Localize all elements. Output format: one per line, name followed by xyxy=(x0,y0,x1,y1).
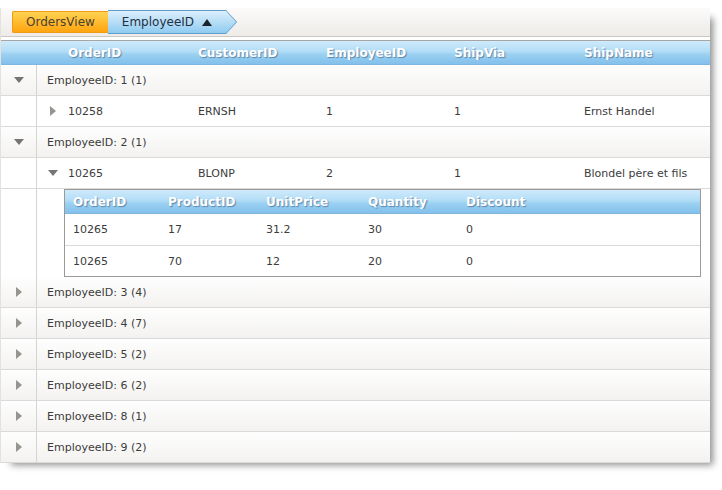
row-gutter xyxy=(1,277,37,307)
group-row-label: EmployeeID: 2 (1) xyxy=(37,136,710,149)
expand-group-icon[interactable] xyxy=(16,349,22,359)
detail-row[interactable]: 102657012200 xyxy=(65,245,700,276)
group-row[interactable]: EmployeeID: 4 (7) xyxy=(1,308,710,339)
detail-column-header-quantity[interactable]: Quantity xyxy=(368,195,466,209)
group-row[interactable]: EmployeeID: 9 (2) xyxy=(1,432,710,463)
detail-column-header-orderid[interactable]: OrderID xyxy=(73,195,168,209)
group-tab-inner: EmployeeID xyxy=(108,11,236,33)
expand-detail-icon[interactable] xyxy=(50,106,56,116)
column-header-employeeid[interactable]: EmployeeID xyxy=(326,46,454,60)
collapse-detail-icon[interactable] xyxy=(48,170,58,176)
cell-customerid[interactable]: ERNSH xyxy=(198,105,326,118)
detail-row[interactable]: 102651731.2300 xyxy=(65,214,700,245)
detail-section: OrderIDProductIDUnitPriceQuantityDiscoun… xyxy=(1,189,710,277)
row-gutter xyxy=(1,65,37,95)
detail-pad: OrderIDProductIDUnitPriceQuantityDiscoun… xyxy=(37,189,711,277)
column-header-shipname[interactable]: ShipName xyxy=(584,46,710,60)
cell-shipname[interactable]: Ernst Handel xyxy=(584,105,710,118)
row-gutter xyxy=(1,401,37,431)
expand-group-icon[interactable] xyxy=(16,442,22,452)
row-gutter xyxy=(1,96,37,126)
detail-cell-discount[interactable]: 0 xyxy=(466,255,700,268)
group-row[interactable]: EmployeeID: 1 (1) xyxy=(1,65,710,96)
datagrid-control: OrdersView EmployeeID OrderID CustomerID… xyxy=(0,8,710,463)
expand-group-icon[interactable] xyxy=(16,411,22,421)
detail-cell-quantity[interactable]: 20 xyxy=(368,255,466,268)
group-row-label: EmployeeID: 4 (7) xyxy=(37,317,710,330)
grid-rows: EmployeeID: 1 (1)10258ERNSH11Ernst Hande… xyxy=(1,65,710,463)
cell-shipname[interactable]: Blondel père et fils xyxy=(584,167,710,180)
data-row[interactable]: 10265BLONP21Blondel père et fils xyxy=(1,158,710,189)
cell-shipvia[interactable]: 1 xyxy=(454,105,584,118)
row-gutter xyxy=(1,339,37,369)
detail-cell-discount[interactable]: 0 xyxy=(466,223,700,236)
detail-cell-unitprice[interactable]: 31.2 xyxy=(266,223,368,236)
group-tab-employeeid[interactable]: EmployeeID xyxy=(108,10,237,34)
group-row-label: EmployeeID: 8 (1) xyxy=(37,410,710,423)
column-header-row: OrderID CustomerID EmployeeID ShipVia Sh… xyxy=(1,40,710,65)
column-header-customerid[interactable]: CustomerID xyxy=(198,46,326,60)
column-header-orderid[interactable]: OrderID xyxy=(68,46,198,60)
view-tab-label: OrdersView xyxy=(26,15,95,29)
row-expand-cell xyxy=(37,106,68,116)
detail-column-header-unitprice[interactable]: UnitPrice xyxy=(266,195,368,209)
group-tab-label: EmployeeID xyxy=(122,15,194,29)
collapse-group-icon[interactable] xyxy=(14,139,24,145)
sort-ascending-icon xyxy=(202,19,212,26)
detail-cell-unitprice[interactable]: 12 xyxy=(266,255,368,268)
cell-shipvia[interactable]: 1 xyxy=(454,167,584,180)
cell-employeeid[interactable]: 1 xyxy=(326,105,454,118)
group-row[interactable]: EmployeeID: 8 (1) xyxy=(1,401,710,432)
row-gutter xyxy=(1,432,37,462)
detail-column-header-discount[interactable]: Discount xyxy=(466,195,700,209)
cell-orderid[interactable]: 10258 xyxy=(68,105,198,118)
detail-column-header-productid[interactable]: ProductID xyxy=(168,195,266,209)
group-row[interactable]: EmployeeID: 2 (1) xyxy=(1,127,710,158)
expand-group-icon[interactable] xyxy=(16,287,22,297)
row-gutter xyxy=(1,127,37,157)
detail-cell-orderid[interactable]: 10265 xyxy=(73,255,168,268)
group-row-label: EmployeeID: 1 (1) xyxy=(37,74,710,87)
detail-cell-productid[interactable]: 70 xyxy=(168,255,266,268)
detail-cell-productid[interactable]: 17 xyxy=(168,223,266,236)
row-gutter xyxy=(1,308,37,338)
cell-orderid[interactable]: 10265 xyxy=(68,167,198,180)
view-tab-ordersview[interactable]: OrdersView xyxy=(12,11,108,33)
detail-column-header-row: OrderIDProductIDUnitPriceQuantityDiscoun… xyxy=(65,190,700,214)
expand-group-icon[interactable] xyxy=(16,380,22,390)
row-gutter xyxy=(1,370,37,400)
group-row-label: EmployeeID: 3 (4) xyxy=(37,286,710,299)
data-row[interactable]: 10258ERNSH11Ernst Handel xyxy=(1,96,710,127)
group-row[interactable]: EmployeeID: 5 (2) xyxy=(1,339,710,370)
detail-cell-quantity[interactable]: 30 xyxy=(368,223,466,236)
group-row[interactable]: EmployeeID: 3 (4) xyxy=(1,277,710,308)
row-expand-cell xyxy=(37,170,68,176)
column-header-shipvia[interactable]: ShipVia xyxy=(454,46,584,60)
collapse-group-icon[interactable] xyxy=(14,77,24,83)
detail-grid: OrderIDProductIDUnitPriceQuantityDiscoun… xyxy=(64,189,701,277)
detail-cell-orderid[interactable]: 10265 xyxy=(73,223,168,236)
group-row-label: EmployeeID: 9 (2) xyxy=(37,441,710,454)
group-row[interactable]: EmployeeID: 6 (2) xyxy=(1,370,710,401)
row-gutter xyxy=(1,158,37,188)
group-row-label: EmployeeID: 6 (2) xyxy=(37,379,710,392)
group-by-panel: OrdersView EmployeeID xyxy=(1,8,710,37)
group-row-label: EmployeeID: 5 (2) xyxy=(37,348,710,361)
row-gutter xyxy=(1,189,37,277)
expand-group-icon[interactable] xyxy=(16,318,22,328)
cell-customerid[interactable]: BLONP xyxy=(198,167,326,180)
cell-employeeid[interactable]: 2 xyxy=(326,167,454,180)
